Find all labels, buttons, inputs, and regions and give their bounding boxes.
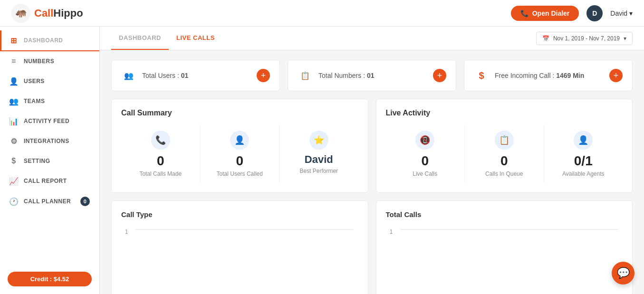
sidebar-item-teams[interactable]: 👥 TEAMS <box>0 91 99 111</box>
call-summary-title: Call Summary <box>121 109 358 117</box>
best-performer-value: David <box>305 154 333 165</box>
call-planner-badge: 0 <box>80 197 90 206</box>
setting-icon: $ <box>10 157 18 165</box>
calendar-icon: 📅 <box>542 35 549 42</box>
total-numbers-icon: 📋 <box>298 68 313 83</box>
call-summary-metrics: 📞 0 Total Calls Made 👤 0 Total Users Cal… <box>121 125 358 183</box>
calls-in-queue-icon: 📋 <box>495 131 514 150</box>
total-calls-made-metric: 📞 0 Total Calls Made <box>121 125 201 183</box>
total-users-called-label: Total Users Called <box>217 171 263 177</box>
calls-in-queue-value: 0 <box>500 154 508 168</box>
call-type-chart-title: Call Type <box>121 210 358 218</box>
user-name-dropdown[interactable]: David ▾ <box>610 9 633 17</box>
sidebar: ⊞ DASHBOARD ≡ NUMBERS 👤 USERS 👥 TEAMS 📊 … <box>0 27 100 294</box>
integrations-icon: ⚙ <box>10 137 18 145</box>
tab-live-calls[interactable]: LIVE CALLS <box>169 27 222 50</box>
sidebar-item-setting[interactable]: $ SETTING <box>0 151 99 171</box>
logo-text: CallHippo <box>34 7 83 19</box>
sidebar-item-call-planner[interactable]: 🕐 CALL PLANNER 0 <box>0 191 99 212</box>
calls-in-queue-label: Calls In Queue <box>485 171 523 177</box>
header-right: 📞 Open Dialer D David ▾ <box>511 5 633 21</box>
tab-list: DASHBOARD LIVE CALLS <box>111 27 222 50</box>
best-performer-label: Best Performer <box>299 168 338 174</box>
best-performer-metric: ⭐ David Best Performer <box>279 125 358 183</box>
numbers-icon: ≡ <box>10 57 18 66</box>
total-users-called-icon: 👤 <box>230 131 249 150</box>
total-calls-chart-panel: Total Calls 1 0 <box>376 200 633 294</box>
total-calls-chart-svg: 1 0 <box>386 224 623 294</box>
total-calls-made-value: 0 <box>157 154 164 168</box>
available-agents-metric: 👤 0/1 Available Agents <box>544 125 623 183</box>
call-planner-icon: 🕐 <box>10 197 18 206</box>
date-range-picker[interactable]: 📅 Nov 1, 2019 - Nov 7, 2019 ▾ <box>536 32 633 45</box>
credit-bar[interactable]: Credit : $4.52 <box>8 272 92 286</box>
total-users-called-value: 0 <box>236 154 243 168</box>
sidebar-item-users[interactable]: 👤 USERS <box>0 71 99 91</box>
main-content: DASHBOARD LIVE CALLS 📅 Nov 1, 2019 - Nov… <box>100 27 644 294</box>
teams-icon: 👥 <box>10 97 18 105</box>
sidebar-item-activity-feed[interactable]: 📊 ACTIVITY FEED <box>0 111 99 131</box>
stats-row: 👥 Total Users : 01 + 📋 Total Numbers : 0… <box>111 60 633 91</box>
chat-icon: 💬 <box>617 267 630 279</box>
users-icon: 👤 <box>10 77 18 85</box>
sidebar-item-numbers[interactable]: ≡ NUMBERS <box>0 51 99 71</box>
live-activity-title: Live Activity <box>386 109 623 117</box>
live-calls-icon: 📵 <box>415 131 434 150</box>
live-calls-metric: 📵 0 Live Calls <box>386 125 465 183</box>
sidebar-item-integrations[interactable]: ⚙ INTEGRATIONS <box>0 131 99 151</box>
activity-feed-icon: 📊 <box>10 117 18 125</box>
call-type-chart-svg: 1 0 <box>121 224 358 294</box>
total-calls-chart-title: Total Calls <box>386 210 623 218</box>
stat-card-free-incoming: $ Free Incoming Call : 1469 Min + <box>464 60 633 91</box>
svg-text:🦛: 🦛 <box>15 7 27 18</box>
live-calls-value: 0 <box>421 154 429 168</box>
available-agents-label: Available Agents <box>562 171 605 177</box>
header: 🦛 CallHippo 📞 Open Dialer D David ▾ <box>0 0 644 27</box>
total-calls-made-label: Total Calls Made <box>139 171 182 177</box>
phone-icon: 📞 <box>520 9 529 17</box>
chevron-down-icon: ▾ <box>624 35 626 42</box>
live-activity-panel: Live Activity 📵 0 Live Calls 📋 0 Calls I… <box>376 99 633 193</box>
available-agents-value: 0/1 <box>574 154 593 168</box>
free-incoming-icon: $ <box>474 68 489 83</box>
add-number-button[interactable]: + <box>433 69 446 82</box>
total-users-called-metric: 👤 0 Total Users Called <box>201 125 280 183</box>
available-agents-icon: 👤 <box>574 131 593 150</box>
call-type-chart-panel: Call Type 1 0 <box>111 200 368 294</box>
logo: 🦛 CallHippo <box>11 4 83 23</box>
svg-text:1: 1 <box>389 228 392 235</box>
calls-in-queue-metric: 📋 0 Calls In Queue <box>465 125 544 183</box>
chat-bubble-button[interactable]: 💬 <box>612 262 634 285</box>
user-avatar: D <box>586 5 603 21</box>
svg-text:1: 1 <box>125 228 128 235</box>
layout: ⊞ DASHBOARD ≡ NUMBERS 👤 USERS 👥 TEAMS 📊 … <box>0 27 644 294</box>
stat-card-total-users: 👥 Total Users : 01 + <box>111 60 280 91</box>
stat-card-total-numbers: 📋 Total Numbers : 01 + <box>288 60 456 91</box>
call-report-icon: 📈 <box>10 177 18 185</box>
cards-row: Call Summary 📞 0 Total Calls Made 👤 0 To… <box>111 99 633 193</box>
total-users-icon: 👥 <box>121 68 136 83</box>
main-area: 👥 Total Users : 01 + 📋 Total Numbers : 0… <box>100 50 644 294</box>
call-summary-panel: Call Summary 📞 0 Total Calls Made 👤 0 To… <box>111 99 368 193</box>
open-dialer-button[interactable]: 📞 Open Dialer <box>511 6 579 21</box>
sidebar-item-dashboard[interactable]: ⊞ DASHBOARD <box>0 30 99 51</box>
tabs-bar: DASHBOARD LIVE CALLS 📅 Nov 1, 2019 - Nov… <box>100 27 644 50</box>
add-incoming-button[interactable]: + <box>609 69 623 82</box>
logo-icon: 🦛 <box>11 4 30 23</box>
dashboard-icon: ⊞ <box>10 36 18 45</box>
total-calls-made-icon: 📞 <box>151 131 170 150</box>
live-calls-label: Live Calls <box>413 171 437 177</box>
charts-row: Call Type 1 0 <box>111 200 633 294</box>
sidebar-item-call-report[interactable]: 📈 CALL REPORT <box>0 171 99 191</box>
live-activity-metrics: 📵 0 Live Calls 📋 0 Calls In Queue 👤 0/1 <box>386 125 623 183</box>
add-user-button[interactable]: + <box>257 69 270 82</box>
best-performer-icon: ⭐ <box>309 131 328 150</box>
tab-dashboard[interactable]: DASHBOARD <box>111 27 169 50</box>
